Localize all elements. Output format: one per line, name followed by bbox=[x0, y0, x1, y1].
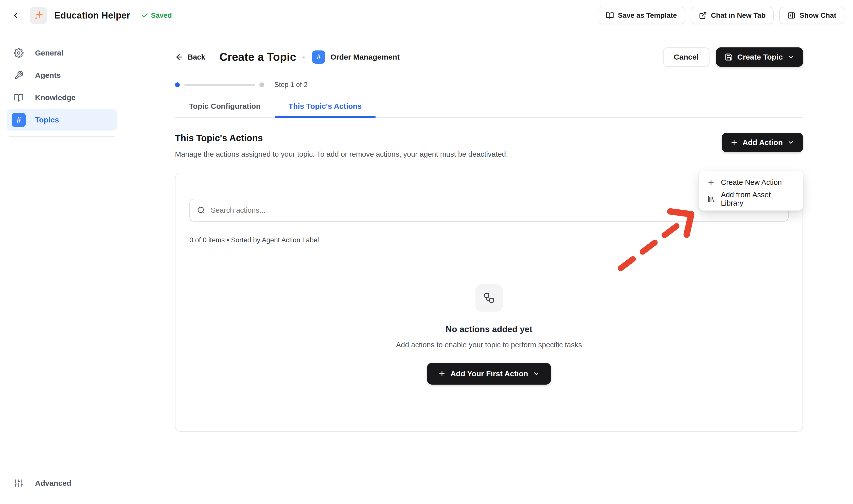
book-open-icon bbox=[14, 93, 23, 103]
plus-icon bbox=[438, 370, 446, 378]
sidebar-item-label: Topics bbox=[35, 115, 59, 124]
sidebar-item-advanced[interactable]: Advanced bbox=[6, 472, 117, 494]
back-label: Back bbox=[188, 53, 205, 61]
search-actions-input[interactable] bbox=[211, 206, 781, 215]
title-separator: · bbox=[303, 53, 306, 62]
menu-item-create-new-action[interactable]: Create New Action bbox=[699, 174, 803, 191]
saved-label: Saved bbox=[151, 12, 172, 19]
save-icon bbox=[725, 53, 733, 61]
menu-item-add-from-asset-library[interactable]: Add from Asset Library bbox=[699, 191, 803, 208]
sidebar-item-general[interactable]: General bbox=[6, 42, 117, 64]
main-content: Back Create a Topic · # Order Management… bbox=[124, 31, 853, 504]
sidebar-item-knowledge[interactable]: Knowledge bbox=[6, 87, 117, 108]
agent-name: Education Helper bbox=[54, 10, 130, 21]
back-button[interactable]: Back bbox=[175, 53, 205, 61]
sidebar-item-topics[interactable]: # Topics bbox=[6, 109, 117, 130]
add-action-label: Add Action bbox=[742, 138, 783, 147]
cancel-button[interactable]: Cancel bbox=[663, 48, 709, 67]
sliders-icon bbox=[14, 479, 23, 488]
progress-track bbox=[184, 84, 255, 86]
hash-icon: # bbox=[312, 51, 325, 64]
step-dot-current bbox=[175, 83, 180, 87]
add-action-button[interactable]: Add Action bbox=[722, 133, 803, 152]
library-icon bbox=[707, 195, 715, 203]
section-title: This Topic's Actions bbox=[175, 133, 508, 144]
menu-item-label: Add from Asset Library bbox=[721, 191, 795, 208]
book-open-icon bbox=[606, 12, 614, 19]
sidebar-item-agents[interactable]: Agents bbox=[6, 65, 117, 86]
app-window: Education Helper Saved Save as Template … bbox=[0, 0, 853, 504]
arrow-left-icon bbox=[175, 53, 184, 61]
topic-badge: # Order Management bbox=[312, 51, 400, 64]
wrench-icon bbox=[14, 71, 23, 80]
search-icon bbox=[197, 206, 205, 214]
external-link-icon bbox=[699, 12, 707, 19]
empty-state-subtitle: Add actions to enable your topic to perf… bbox=[396, 341, 582, 349]
plus-icon bbox=[707, 179, 715, 186]
actions-section-header: This Topic's Actions Manage the actions … bbox=[175, 133, 803, 159]
save-as-template-button[interactable]: Save as Template bbox=[598, 7, 685, 24]
topic-name: Order Management bbox=[330, 53, 400, 61]
add-first-action-label: Add Your First Action bbox=[450, 370, 528, 378]
sidebar-item-label: Knowledge bbox=[35, 93, 76, 102]
sidebar-item-label: General bbox=[35, 49, 63, 57]
agent-avatar bbox=[30, 7, 47, 24]
sidebar-item-label: Advanced bbox=[35, 479, 71, 487]
sidebar: General Agents Knowledge # Topics A bbox=[0, 31, 124, 504]
menu-item-label: Create New Action bbox=[721, 178, 782, 186]
step-progress: Step 1 of 2 bbox=[175, 81, 803, 89]
empty-state-title: No actions added yet bbox=[446, 324, 532, 334]
sparkle-icon bbox=[33, 10, 44, 21]
empty-state-icon-box bbox=[475, 284, 503, 311]
chevron-down-icon bbox=[787, 139, 795, 146]
create-topic-label: Create Topic bbox=[737, 53, 783, 61]
add-first-action-button[interactable]: Add Your First Action bbox=[427, 363, 551, 384]
plus-icon bbox=[730, 139, 738, 146]
create-topic-button[interactable]: Create Topic bbox=[716, 48, 803, 67]
topbar: Education Helper Saved Save as Template … bbox=[0, 0, 853, 31]
save-as-template-label: Save as Template bbox=[618, 12, 677, 19]
section-description: Manage the actions assigned to your topi… bbox=[175, 150, 508, 159]
empty-state: No actions added yet Add actions to enab… bbox=[189, 284, 788, 384]
workflow-icon bbox=[483, 292, 495, 304]
page-header: Back Create a Topic · # Order Management… bbox=[175, 48, 803, 67]
step-label: Step 1 of 2 bbox=[274, 81, 308, 89]
show-chat-label: Show Chat bbox=[799, 12, 836, 19]
show-chat-button[interactable]: Show Chat bbox=[779, 7, 845, 24]
chevron-down-icon bbox=[533, 370, 540, 377]
actions-panel: 0 of 0 items • Sorted by Agent Action La… bbox=[175, 173, 803, 432]
step-dot-next bbox=[259, 83, 264, 87]
sidebar-item-label: Agents bbox=[35, 71, 61, 79]
chat-in-new-tab-button[interactable]: Chat in New Tab bbox=[691, 7, 774, 24]
add-action-menu: Create New Action Add from Asset Library bbox=[699, 170, 803, 211]
tab-topic-actions[interactable]: This Topic's Actions bbox=[275, 102, 376, 117]
tab-topic-configuration[interactable]: Topic Configuration bbox=[175, 102, 275, 117]
saved-status: Saved bbox=[141, 12, 172, 19]
collapse-back-button[interactable] bbox=[8, 8, 23, 22]
tab-bar: Topic Configuration This Topic's Actions bbox=[175, 102, 803, 118]
hash-icon: # bbox=[12, 113, 26, 127]
chat-in-new-tab-label: Chat in New Tab bbox=[711, 12, 766, 19]
chevron-down-icon bbox=[787, 54, 795, 60]
items-summary: 0 of 0 items • Sorted by Agent Action La… bbox=[189, 236, 788, 244]
check-icon bbox=[141, 12, 148, 19]
gear-icon bbox=[14, 48, 23, 58]
chevron-left-icon bbox=[11, 11, 20, 20]
panel-right-icon bbox=[787, 12, 795, 19]
page-title: Create a Topic bbox=[219, 51, 296, 64]
